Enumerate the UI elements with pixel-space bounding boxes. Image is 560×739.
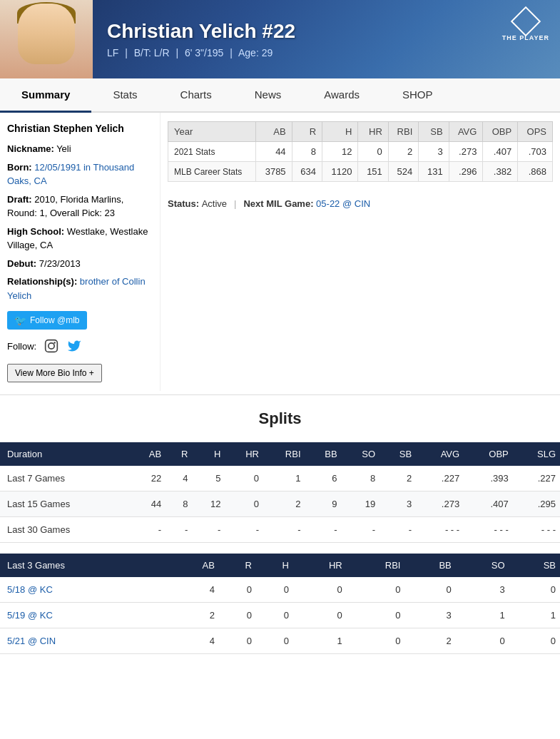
- player-details: LF | B/T: L/R | 6' 3"/195 | Age: 29: [107, 47, 295, 58]
- row-r: 8: [292, 142, 322, 162]
- game-label: 5/19 @ KC: [0, 603, 168, 628]
- col-last3: Last 3 Games: [0, 554, 168, 577]
- splits-section: Splits Duration AB R H HR RBI BB SO SB A…: [0, 394, 560, 654]
- game-label: 5/21 @ CIN: [0, 628, 168, 654]
- follow-row: Follow:: [7, 338, 153, 354]
- col-year: Year: [168, 122, 256, 142]
- player-position: LF: [107, 47, 118, 58]
- last3-games-table: Last 3 Games AB R H HR RBI BB SO SB 5/18…: [0, 554, 560, 654]
- duration-label: Last 7 Games: [0, 466, 129, 491]
- table-row: Last 30 Games - - - - - - - - - - - - - …: [0, 517, 560, 543]
- row-ab: 44: [256, 142, 292, 162]
- debut-row: Debut: 7/23/2013: [7, 257, 153, 271]
- svg-rect-0: [46, 340, 58, 352]
- row-ab: 3785: [256, 162, 292, 182]
- row-ops: .703: [518, 142, 553, 162]
- col-ab: AB: [168, 554, 219, 577]
- col-bb: BB: [404, 554, 455, 577]
- twitter-icon[interactable]: [66, 338, 82, 354]
- row-hr: 151: [358, 162, 388, 182]
- col-r: R: [166, 442, 192, 466]
- main-content: Christian Stephen Yelich Nickname: Yeli …: [0, 113, 560, 391]
- high-school-row: High School: Westlake, Westlake Village,…: [7, 225, 153, 253]
- row-label: MLB Career Stats: [168, 162, 256, 182]
- col-ops: OPS: [518, 122, 553, 142]
- tab-news[interactable]: News: [233, 78, 303, 113]
- row-obp: .407: [483, 142, 518, 162]
- duration-splits-table: Duration AB R H HR RBI BB SO SB AVG OBP …: [0, 442, 560, 543]
- row-obp: .382: [483, 162, 518, 182]
- col-rbi: RBI: [388, 122, 418, 142]
- col-h: H: [192, 442, 225, 466]
- tab-awards[interactable]: Awards: [302, 78, 381, 113]
- player-age: Age: 29: [238, 47, 273, 58]
- col-so: SO: [456, 554, 509, 577]
- tab-shop[interactable]: SHOP: [381, 78, 454, 113]
- stats-panel: Year AB R H HR RBI SB AVG OBP OPS 2021 S…: [161, 113, 560, 391]
- player-info: Christian Yelich #22 LF | B/T: L/R | 6' …: [93, 9, 310, 69]
- col-hr: HR: [293, 554, 347, 577]
- row-hr: 0: [358, 142, 388, 162]
- nickname-row: Nickname: Yeli: [7, 142, 153, 156]
- duration-label: Last 30 Games: [0, 517, 129, 543]
- instagram-icon[interactable]: [44, 338, 59, 354]
- next-game-link[interactable]: 05-22 @ CIN: [316, 198, 370, 209]
- col-sb: SB: [419, 122, 449, 142]
- tab-charts[interactable]: Charts: [159, 78, 233, 113]
- svg-point-1: [49, 343, 54, 349]
- row-h: 12: [322, 142, 358, 162]
- col-obp: OBP: [464, 442, 513, 466]
- tab-summary[interactable]: Summary: [0, 78, 91, 113]
- row-sb: 3: [419, 142, 449, 162]
- col-r: R: [219, 554, 256, 577]
- col-avg: AVG: [416, 442, 464, 466]
- table-row: Last 15 Games 44 8 12 0 2 9 19 3 .273 .4…: [0, 491, 560, 517]
- row-rbi: 2: [388, 142, 418, 162]
- row-avg: .273: [449, 142, 483, 162]
- table-row: 5/21 @ CIN 4 0 0 1 0 2 0 0: [0, 628, 560, 654]
- player-bats-throws: B/T: L/R: [134, 47, 170, 58]
- row-avg: .296: [449, 162, 483, 182]
- duration-label: Last 15 Games: [0, 491, 129, 517]
- row-sb: 131: [419, 162, 449, 182]
- col-avg: AVG: [449, 122, 483, 142]
- status-label: Status: Active: [168, 198, 227, 209]
- col-ab: AB: [129, 442, 166, 466]
- col-bb: BB: [305, 442, 342, 466]
- navigation-tabs: Summary Stats Charts News Awards SHOP: [0, 78, 560, 113]
- status-row: Status: Active | Next MIL Game: 05-22 @ …: [168, 193, 553, 215]
- player-full-name: Christian Stephen Yelich: [7, 121, 153, 136]
- tab-stats[interactable]: Stats: [91, 78, 158, 113]
- col-hr: HR: [358, 122, 388, 142]
- col-r: R: [292, 122, 322, 142]
- col-sb: SB: [380, 442, 416, 466]
- table-row: Last 7 Games 22 4 5 0 1 6 8 2 .227 .393 …: [0, 466, 560, 491]
- col-hr: HR: [225, 442, 263, 466]
- table-row: 2021 Stats 44 8 12 0 2 3 .273 .407 .703: [168, 142, 553, 162]
- next-game-label: Next MIL Game: 05-22 @ CIN: [243, 198, 370, 209]
- draft-row: Draft: 2010, Florida Marlins, Round: 1, …: [7, 193, 153, 220]
- player-name: Christian Yelich #22: [107, 20, 295, 43]
- col-h: H: [322, 122, 358, 142]
- row-rbi: 524: [388, 162, 418, 182]
- born-row: Born: 12/05/1991 in Thousand Oaks, CA: [7, 160, 153, 188]
- table-row: 5/18 @ KC 4 0 0 0 0 0 3 0: [0, 577, 560, 603]
- relationship-row: Relationship(s): brother of Collin Yelic…: [7, 275, 153, 302]
- col-duration: Duration: [0, 442, 129, 466]
- row-r: 634: [292, 162, 322, 182]
- svg-point-2: [54, 342, 56, 344]
- col-h: H: [256, 554, 293, 577]
- col-rbi: RBI: [263, 442, 305, 466]
- twitter-follow-button[interactable]: 🐦 Follow @mlb: [7, 311, 87, 330]
- col-obp: OBP: [483, 122, 518, 142]
- twitter-icon: 🐦: [14, 315, 26, 326]
- player-photo: [0, 0, 93, 78]
- view-more-bio-button[interactable]: View More Bio Info +: [7, 364, 102, 382]
- col-sb: SB: [509, 554, 560, 577]
- player-height-weight: 6' 3"/195: [185, 47, 223, 58]
- col-rbi: RBI: [347, 554, 405, 577]
- row-h: 1120: [322, 162, 358, 182]
- bio-panel: Christian Stephen Yelich Nickname: Yeli …: [0, 113, 161, 391]
- table-row: 5/19 @ KC 2 0 0 0 0 3 1 1: [0, 603, 560, 628]
- col-slg: SLG: [513, 442, 560, 466]
